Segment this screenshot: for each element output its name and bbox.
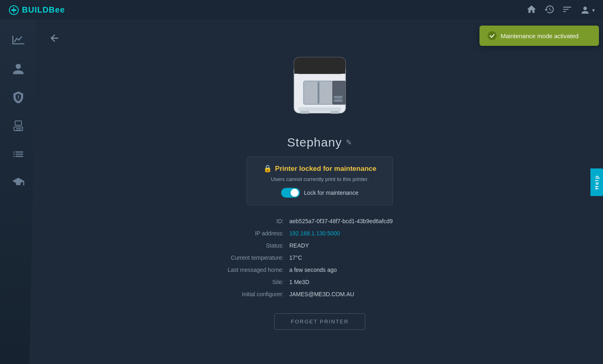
table-row-configurer: Initial configurer: JAMES@ME3D.COM.AU bbox=[208, 288, 432, 300]
toast-check-icon bbox=[488, 31, 497, 40]
table-row-status: Status: READY bbox=[208, 239, 432, 252]
table-row-last-messaged: Last messaged home: a few seconds ago bbox=[208, 264, 432, 276]
temperature-value: 17°C bbox=[289, 254, 302, 261]
id-value: aeb525a7-0f37-48f7-bcd1-43b9ed6afcd9 bbox=[289, 218, 393, 224]
app-name: BUILDBee bbox=[22, 5, 65, 15]
settings-icon[interactable] bbox=[562, 4, 573, 16]
edit-name-button[interactable]: ✎ bbox=[346, 138, 352, 147]
last-messaged-value: a few seconds ago bbox=[289, 267, 337, 273]
svg-rect-14 bbox=[330, 111, 339, 114]
configurer-label: Initial configurer: bbox=[208, 291, 289, 297]
chevron-down-icon: ▾ bbox=[592, 7, 595, 13]
history-icon[interactable] bbox=[544, 4, 555, 16]
svg-rect-10 bbox=[318, 82, 319, 104]
table-row-site: Site: 1 Me3D bbox=[208, 276, 432, 288]
svg-rect-2 bbox=[15, 121, 22, 125]
maintenance-box: 🔒 Printer locked for maintenance Users c… bbox=[247, 157, 393, 205]
temperature-label: Current temperature: bbox=[208, 254, 289, 261]
logo-icon bbox=[8, 4, 20, 15]
sidebar-item-users[interactable] bbox=[6, 57, 30, 81]
info-table: ID: aeb525a7-0f37-48f7-bcd1-43b9ed6afcd9… bbox=[208, 215, 432, 300]
toggle-label: Lock for maintenance bbox=[304, 190, 358, 196]
user-menu[interactable]: ▾ bbox=[580, 5, 595, 15]
ip-label: IP address: bbox=[208, 230, 289, 237]
top-nav: BUILDBee ▾ bbox=[0, 0, 603, 20]
sidebar-item-printer[interactable] bbox=[6, 114, 30, 138]
sidebar-item-list[interactable] bbox=[6, 142, 30, 166]
svg-rect-15 bbox=[334, 96, 343, 98]
svg-rect-13 bbox=[301, 111, 309, 114]
table-row-temperature: Current temperature: 17°C bbox=[208, 252, 432, 264]
back-button[interactable] bbox=[49, 32, 60, 44]
id-label: ID: bbox=[208, 218, 289, 224]
home-icon[interactable] bbox=[526, 4, 537, 16]
svg-rect-16 bbox=[334, 99, 343, 102]
toggle-row: Lock for maintenance bbox=[259, 188, 380, 198]
maintenance-title-text: Printer locked for maintenance bbox=[275, 165, 376, 173]
maintenance-title: 🔒 Printer locked for maintenance bbox=[259, 164, 380, 173]
status-label: Status: bbox=[208, 242, 289, 249]
sidebar-item-education[interactable] bbox=[6, 170, 30, 195]
toggle-knob bbox=[291, 189, 299, 197]
main-content: Stephany ✎ 🔒 Printer locked for maintena… bbox=[37, 20, 603, 364]
printer-name-text: Stephany bbox=[287, 136, 342, 149]
printer-image bbox=[275, 41, 364, 130]
table-row-ip: IP address: 192.168.1.130:5000 bbox=[208, 227, 432, 239]
sidebar bbox=[0, 20, 37, 364]
sidebar-item-security[interactable] bbox=[6, 85, 30, 110]
configurer-value: JAMES@ME3D.COM.AU bbox=[289, 291, 354, 297]
sidebar-item-analytics[interactable] bbox=[6, 28, 30, 53]
site-label: Site: bbox=[208, 279, 289, 285]
table-row-id: ID: aeb525a7-0f37-48f7-bcd1-43b9ed6afcd9 bbox=[208, 215, 432, 227]
toast-notification: Maintenance mode activated bbox=[479, 26, 599, 46]
lock-icon: 🔒 bbox=[263, 164, 272, 173]
nav-icons: ▾ bbox=[526, 4, 595, 16]
app-logo: BUILDBee bbox=[8, 4, 65, 15]
forget-printer-button[interactable]: FORGET PRINTER bbox=[274, 313, 366, 330]
printer-name-row: Stephany ✎ bbox=[287, 136, 353, 149]
toast-message: Maintenance mode activated bbox=[501, 32, 579, 39]
svg-rect-8 bbox=[294, 67, 345, 74]
status-value: READY bbox=[289, 242, 309, 249]
maintenance-subtitle: Users cannot currently print to this pri… bbox=[259, 176, 380, 182]
svg-point-5 bbox=[20, 128, 22, 129]
help-button[interactable]: Help bbox=[590, 168, 603, 196]
ip-value[interactable]: 192.168.1.130:5000 bbox=[289, 230, 340, 237]
maintenance-toggle[interactable] bbox=[281, 188, 300, 198]
last-messaged-label: Last messaged home: bbox=[208, 267, 289, 273]
site-value: 1 Me3D bbox=[289, 279, 309, 285]
